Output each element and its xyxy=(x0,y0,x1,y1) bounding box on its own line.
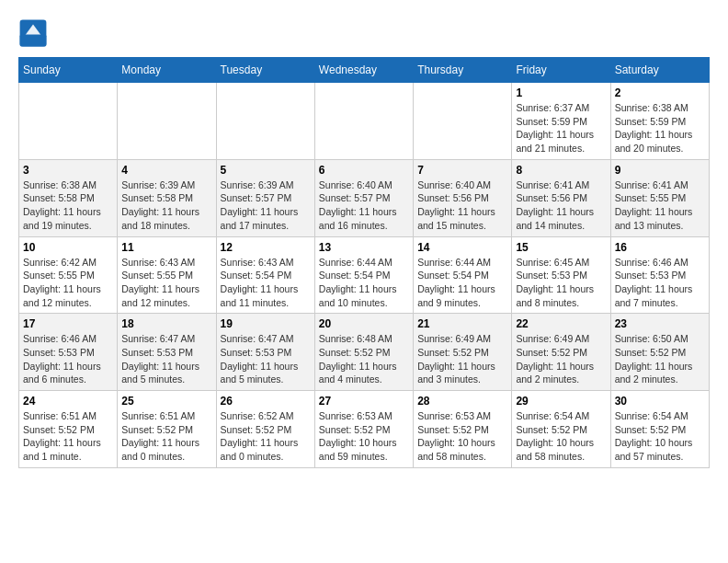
day-info: Sunrise: 6:49 AM Sunset: 5:52 PM Dayligh… xyxy=(417,332,507,386)
day-cell: 2Sunrise: 6:38 AM Sunset: 5:59 PM Daylig… xyxy=(610,83,709,160)
day-number: 29 xyxy=(516,395,606,408)
day-number: 6 xyxy=(319,164,409,177)
day-number: 10 xyxy=(23,241,113,254)
day-number: 1 xyxy=(516,86,606,99)
day-cell: 22Sunrise: 6:49 AM Sunset: 5:52 PM Dayli… xyxy=(512,314,610,391)
day-info: Sunrise: 6:47 AM Sunset: 5:53 PM Dayligh… xyxy=(121,332,211,386)
day-cell: 18Sunrise: 6:47 AM Sunset: 5:53 PM Dayli… xyxy=(118,314,216,391)
day-info: Sunrise: 6:51 AM Sunset: 5:52 PM Dayligh… xyxy=(23,409,113,464)
day-cell: 11Sunrise: 6:43 AM Sunset: 5:55 PM Dayli… xyxy=(118,236,216,314)
day-info: Sunrise: 6:46 AM Sunset: 5:53 PM Dayligh… xyxy=(23,332,113,386)
day-number: 30 xyxy=(615,395,705,408)
day-number: 14 xyxy=(417,241,507,254)
day-cell xyxy=(314,83,413,160)
day-info: Sunrise: 6:42 AM Sunset: 5:55 PM Dayligh… xyxy=(23,256,113,310)
day-cell: 23Sunrise: 6:50 AM Sunset: 5:52 PM Dayli… xyxy=(610,314,709,391)
day-cell: 27Sunrise: 6:53 AM Sunset: 5:52 PM Dayli… xyxy=(314,391,413,468)
day-number: 18 xyxy=(121,317,211,330)
day-info: Sunrise: 6:47 AM Sunset: 5:53 PM Dayligh… xyxy=(221,332,311,386)
weekday-header-friday: Friday xyxy=(512,58,610,83)
svg-rect-2 xyxy=(20,35,47,47)
day-info: Sunrise: 6:41 AM Sunset: 5:55 PM Dayligh… xyxy=(615,178,705,233)
day-number: 22 xyxy=(516,317,606,330)
day-info: Sunrise: 6:50 AM Sunset: 5:52 PM Dayligh… xyxy=(615,332,705,386)
day-cell: 1Sunrise: 6:37 AM Sunset: 5:59 PM Daylig… xyxy=(512,83,610,160)
day-info: Sunrise: 6:54 AM Sunset: 5:52 PM Dayligh… xyxy=(516,409,606,464)
day-cell: 12Sunrise: 6:43 AM Sunset: 5:54 PM Dayli… xyxy=(216,236,314,314)
day-info: Sunrise: 6:53 AM Sunset: 5:52 PM Dayligh… xyxy=(417,409,507,464)
day-cell: 17Sunrise: 6:46 AM Sunset: 5:53 PM Dayli… xyxy=(19,314,118,391)
day-cell: 5Sunrise: 6:39 AM Sunset: 5:57 PM Daylig… xyxy=(216,159,314,236)
day-cell: 9Sunrise: 6:41 AM Sunset: 5:55 PM Daylig… xyxy=(610,159,709,236)
day-cell xyxy=(118,83,216,160)
day-cell: 21Sunrise: 6:49 AM Sunset: 5:52 PM Dayli… xyxy=(414,314,512,391)
day-info: Sunrise: 6:54 AM Sunset: 5:52 PM Dayligh… xyxy=(615,409,705,464)
day-cell: 13Sunrise: 6:44 AM Sunset: 5:54 PM Dayli… xyxy=(314,236,413,314)
day-info: Sunrise: 6:39 AM Sunset: 5:58 PM Dayligh… xyxy=(121,178,211,233)
day-number: 13 xyxy=(319,241,409,254)
calendar-table: SundayMondayTuesdayWednesdayThursdayFrid… xyxy=(18,57,710,468)
week-row-1: 1Sunrise: 6:37 AM Sunset: 5:59 PM Daylig… xyxy=(19,83,710,160)
day-number: 4 xyxy=(121,164,211,177)
day-info: Sunrise: 6:52 AM Sunset: 5:52 PM Dayligh… xyxy=(221,409,311,464)
day-info: Sunrise: 6:43 AM Sunset: 5:54 PM Dayligh… xyxy=(221,256,311,310)
weekday-header-sunday: Sunday xyxy=(19,58,118,83)
weekday-header-saturday: Saturday xyxy=(610,58,709,83)
day-number: 19 xyxy=(221,317,311,330)
day-cell xyxy=(216,83,314,160)
day-number: 11 xyxy=(121,241,211,254)
day-number: 5 xyxy=(221,164,311,177)
day-cell: 20Sunrise: 6:48 AM Sunset: 5:52 PM Dayli… xyxy=(314,314,413,391)
weekday-header-wednesday: Wednesday xyxy=(314,58,413,83)
day-number: 20 xyxy=(319,317,409,330)
day-number: 8 xyxy=(516,164,606,177)
week-row-5: 24Sunrise: 6:51 AM Sunset: 5:52 PM Dayli… xyxy=(19,391,710,468)
day-info: Sunrise: 6:46 AM Sunset: 5:53 PM Dayligh… xyxy=(615,256,705,310)
day-cell: 28Sunrise: 6:53 AM Sunset: 5:52 PM Dayli… xyxy=(414,391,512,468)
day-number: 7 xyxy=(417,164,507,177)
day-cell: 7Sunrise: 6:40 AM Sunset: 5:56 PM Daylig… xyxy=(414,159,512,236)
day-number: 25 xyxy=(121,395,211,408)
week-row-2: 3Sunrise: 6:38 AM Sunset: 5:58 PM Daylig… xyxy=(19,159,710,236)
weekday-header-tuesday: Tuesday xyxy=(216,58,314,83)
weekday-header-thursday: Thursday xyxy=(414,58,512,83)
day-cell xyxy=(19,83,118,160)
day-info: Sunrise: 6:53 AM Sunset: 5:52 PM Dayligh… xyxy=(319,409,409,464)
day-number: 24 xyxy=(23,395,113,408)
day-cell: 15Sunrise: 6:45 AM Sunset: 5:53 PM Dayli… xyxy=(512,236,610,314)
day-cell xyxy=(414,83,512,160)
day-info: Sunrise: 6:45 AM Sunset: 5:53 PM Dayligh… xyxy=(516,256,606,310)
day-number: 17 xyxy=(23,317,113,330)
week-row-3: 10Sunrise: 6:42 AM Sunset: 5:55 PM Dayli… xyxy=(19,236,710,314)
logo xyxy=(18,18,53,48)
day-number: 15 xyxy=(516,241,606,254)
week-row-4: 17Sunrise: 6:46 AM Sunset: 5:53 PM Dayli… xyxy=(19,314,710,391)
day-number: 12 xyxy=(221,241,311,254)
day-info: Sunrise: 6:41 AM Sunset: 5:56 PM Dayligh… xyxy=(516,178,606,233)
day-cell: 6Sunrise: 6:40 AM Sunset: 5:57 PM Daylig… xyxy=(314,159,413,236)
day-cell: 25Sunrise: 6:51 AM Sunset: 5:52 PM Dayli… xyxy=(118,391,216,468)
day-cell: 29Sunrise: 6:54 AM Sunset: 5:52 PM Dayli… xyxy=(512,391,610,468)
day-info: Sunrise: 6:48 AM Sunset: 5:52 PM Dayligh… xyxy=(319,332,409,386)
day-number: 23 xyxy=(615,317,705,330)
day-cell: 10Sunrise: 6:42 AM Sunset: 5:55 PM Dayli… xyxy=(19,236,118,314)
page-header xyxy=(18,18,710,48)
day-info: Sunrise: 6:38 AM Sunset: 5:59 PM Dayligh… xyxy=(615,101,705,155)
day-info: Sunrise: 6:49 AM Sunset: 5:52 PM Dayligh… xyxy=(516,332,606,386)
day-cell: 4Sunrise: 6:39 AM Sunset: 5:58 PM Daylig… xyxy=(118,159,216,236)
day-cell: 3Sunrise: 6:38 AM Sunset: 5:58 PM Daylig… xyxy=(19,159,118,236)
day-info: Sunrise: 6:37 AM Sunset: 5:59 PM Dayligh… xyxy=(516,101,606,155)
day-cell: 24Sunrise: 6:51 AM Sunset: 5:52 PM Dayli… xyxy=(19,391,118,468)
day-info: Sunrise: 6:40 AM Sunset: 5:57 PM Dayligh… xyxy=(319,178,409,233)
day-number: 27 xyxy=(319,395,409,408)
day-info: Sunrise: 6:44 AM Sunset: 5:54 PM Dayligh… xyxy=(319,256,409,310)
day-cell: 26Sunrise: 6:52 AM Sunset: 5:52 PM Dayli… xyxy=(216,391,314,468)
weekday-header-monday: Monday xyxy=(118,58,216,83)
logo-icon xyxy=(18,18,48,48)
day-info: Sunrise: 6:39 AM Sunset: 5:57 PM Dayligh… xyxy=(221,178,311,233)
day-number: 26 xyxy=(221,395,311,408)
day-info: Sunrise: 6:38 AM Sunset: 5:58 PM Dayligh… xyxy=(23,178,113,233)
day-number: 3 xyxy=(23,164,113,177)
day-cell: 19Sunrise: 6:47 AM Sunset: 5:53 PM Dayli… xyxy=(216,314,314,391)
day-cell: 30Sunrise: 6:54 AM Sunset: 5:52 PM Dayli… xyxy=(610,391,709,468)
